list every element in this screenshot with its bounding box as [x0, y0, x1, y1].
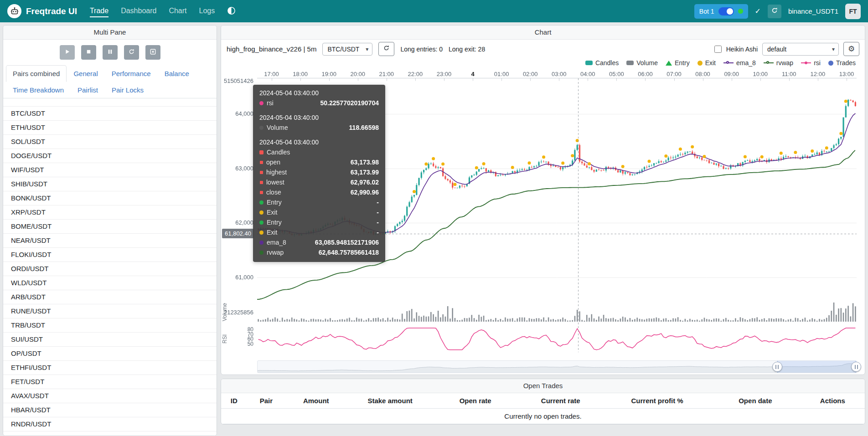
legend-item-candles[interactable]: Candles	[585, 59, 619, 67]
plot-config-select-wrap: default	[762, 43, 839, 56]
pair-row-near-usdt[interactable]: NEAR/USDT	[3, 234, 217, 248]
bot-toggle[interactable]	[718, 7, 734, 15]
pause-button[interactable]	[103, 45, 118, 60]
pair-select[interactable]: BTC/USDT	[322, 43, 372, 56]
navigator-right-handle[interactable]	[851, 362, 861, 372]
legend-label: rvwap	[776, 59, 793, 67]
navigator-selected-window[interactable]	[777, 361, 856, 373]
pair-row-op-usdt[interactable]: OP/USDT	[3, 347, 217, 361]
no-open-trades-message: Currently no open trades.	[221, 409, 865, 424]
brand[interactable]: Freqtrade UI	[7, 4, 77, 18]
pair-row-wif-usdt[interactable]: WIF/USDT	[3, 163, 217, 177]
bot-toggle-knob	[727, 8, 733, 15]
open-trades-title: Open Trades	[221, 379, 865, 393]
tab-balance[interactable]: Balance	[158, 65, 196, 82]
nav-link-logs[interactable]: Logs	[199, 5, 215, 17]
rsi-legend-icon	[801, 61, 811, 66]
pair-row-bonk-usdt[interactable]: BONK/USDT	[3, 191, 217, 205]
legend-item-ema-8[interactable]: ema_8	[723, 59, 756, 67]
refresh-bot-button[interactable]	[768, 5, 781, 18]
legend-item-rsi[interactable]: rsi	[801, 59, 821, 67]
exit-legend-icon	[698, 61, 703, 66]
pause-icon	[107, 48, 114, 56]
open-trades-panel: Open Trades IDPairAmountStake amountOpen…	[221, 379, 865, 425]
column-header-stake-amount: Stake amount	[346, 393, 434, 409]
pair-row-arb-usdt[interactable]: ARB/USDT	[3, 290, 217, 304]
column-header-open-date: Open date	[710, 393, 801, 409]
pair-row-ordi-usdt[interactable]: ORDI/USDT	[3, 262, 217, 276]
price-axis-hover-label: 61,802.40	[222, 229, 254, 238]
tab-time-breakdown[interactable]: Time Breakdown	[6, 82, 71, 98]
legend-item-entry[interactable]: Entry	[666, 59, 690, 67]
play-icon	[64, 48, 71, 56]
pair-select-wrap: BTC/USDT	[322, 43, 372, 56]
pause-handle-icon	[855, 365, 858, 369]
chart-panel: Chart high_frog_binance_v226 | 5m BTC/US…	[221, 25, 865, 375]
legend-item-trades[interactable]: Trades	[828, 59, 856, 67]
tab-general[interactable]: General	[67, 65, 104, 82]
pair-row-floki-usdt[interactable]: FLOKI/USDT	[3, 248, 217, 262]
user-avatar[interactable]: FT	[845, 4, 861, 19]
rvwap-legend-icon	[764, 61, 774, 66]
pair-row-rune-usdt[interactable]: RUNE/USDT	[3, 304, 217, 318]
chart-legend: CandlesVolumeEntryExitema_8rvwaprsiTrade…	[221, 58, 865, 68]
navigator-data-shadow	[258, 361, 856, 373]
refresh-chart-button[interactable]	[378, 42, 394, 56]
chart-panel-title: Chart	[221, 26, 865, 40]
pair-row-sui-usdt[interactable]: SUI/USDT	[3, 333, 217, 347]
tab-pairs-combined[interactable]: Pairs combined	[6, 65, 67, 82]
open-trades-table: IDPairAmountStake amountOpen rateCurrent…	[221, 393, 865, 424]
pair-row-hbar-usdt[interactable]: HBAR/USDT	[3, 403, 217, 417]
pair-row-fet-usdt[interactable]: FET/USDT	[3, 375, 217, 389]
page-content: Multi Pane Pairs combinedGeneralPerforma…	[0, 22, 868, 436]
tab-pair-locks[interactable]: Pair Locks	[105, 82, 150, 98]
pair-row-xrp-usdt[interactable]: XRP/USDT	[3, 205, 217, 220]
nav-link-dashboard[interactable]: Dashboard	[121, 5, 156, 17]
theme-contrast-icon	[227, 6, 236, 16]
bot-selector[interactable]: Bot 1	[694, 4, 748, 19]
reload-button[interactable]	[124, 45, 139, 60]
pair-row-shib-usdt[interactable]: SHIB/USDT	[3, 177, 217, 191]
chart-zoom-navigator[interactable]	[257, 360, 857, 373]
multi-pane-panel: Multi Pane Pairs combinedGeneralPerforma…	[3, 25, 217, 436]
open-trades-empty-row: Currently no open trades.	[221, 409, 865, 424]
candlestick-chart-canvas[interactable]	[221, 68, 865, 358]
pair-row-btc-usdt[interactable]: BTC/USDT	[3, 107, 217, 121]
legend-label: Trades	[836, 59, 856, 67]
nav-link-chart[interactable]: Chart	[169, 5, 186, 17]
pair-row-ar-usdt[interactable]: AR/USDT	[3, 431, 217, 436]
refresh-icon	[771, 7, 778, 15]
pair-row-ethfi-usdt[interactable]: ETHFI/USDT	[3, 361, 217, 375]
column-header-amount: Amount	[285, 393, 346, 409]
candles-legend-icon	[585, 61, 593, 65]
right-column: Chart high_frog_binance_v226 | 5m BTC/US…	[221, 25, 865, 436]
legend-item-exit[interactable]: Exit	[698, 59, 716, 67]
pair-row-eth-usdt[interactable]: ETH/USDT	[3, 121, 217, 135]
navbar-right-cluster: Bot 1 ✓ binance_USDT1 FT	[694, 4, 861, 19]
pair-row-avax-usdt[interactable]: AVAX/USDT	[3, 389, 217, 403]
navigator-left-handle[interactable]	[772, 362, 782, 372]
pair-row-bome-usdt[interactable]: BOME/USDT	[3, 220, 217, 234]
heikin-ashi-checkbox[interactable]	[714, 46, 722, 53]
forced-exit-button[interactable]	[145, 45, 160, 60]
multi-pane-title: Multi Pane	[3, 26, 217, 40]
column-header-pair: Pair	[247, 393, 285, 409]
pair-row-rndr-usdt[interactable]: RNDR/USDT	[3, 417, 217, 431]
pair-row-wld-usdt[interactable]: WLD/USDT	[3, 276, 217, 290]
chart-toolbar: high_frog_binance_v226 | 5m BTC/USDT Lon…	[221, 40, 865, 58]
check-icon: ✓	[755, 7, 761, 15]
legend-item-volume[interactable]: Volume	[626, 59, 658, 67]
plot-config-select[interactable]: default	[762, 43, 839, 56]
stop-button[interactable]	[81, 45, 96, 60]
pair-row-doge-usdt[interactable]: DOGE/USDT	[3, 149, 217, 163]
tab-performance[interactable]: Performance	[105, 65, 158, 82]
tab-pairlist[interactable]: Pairlist	[71, 82, 105, 98]
pair-row-trb-usdt[interactable]: TRB/USDT	[3, 318, 217, 333]
pair-row-sol-usdt[interactable]: SOL/USDT	[3, 135, 217, 149]
theme-toggle-button[interactable]	[227, 6, 236, 16]
legend-label: Candles	[595, 59, 619, 67]
nav-link-trade[interactable]: Trade	[90, 5, 108, 17]
legend-item-rvwap[interactable]: rvwap	[764, 59, 793, 67]
play-button[interactable]	[60, 45, 75, 60]
plot-settings-button[interactable]: ⚙	[843, 42, 859, 56]
